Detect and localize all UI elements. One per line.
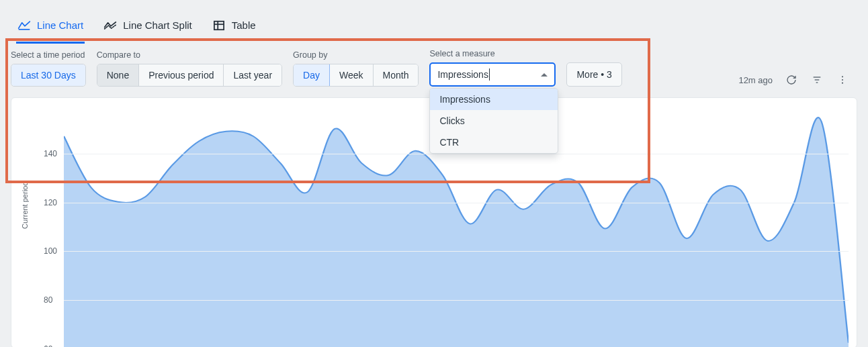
view-tabs: Line Chart Line Chart Split Table [11, 0, 857, 44]
line-chart-icon [17, 20, 31, 31]
measure-dropdown: Impressions Clicks CTR [429, 88, 558, 154]
grid-line [64, 251, 849, 252]
svg-point-8 [842, 79, 843, 81]
y-tick: 100 [44, 246, 57, 256]
y-tick: 140 [44, 149, 57, 158]
kebab-menu-icon[interactable] [836, 73, 849, 87]
chevron-up-icon [541, 73, 548, 77]
time-period-group: Select a time period Last 30 Days [11, 50, 86, 87]
svg-rect-1 [214, 21, 224, 29]
svg-point-9 [842, 83, 843, 84]
groupby-month-button[interactable]: Month [374, 64, 419, 86]
measure-select[interactable]: Impressions [429, 62, 556, 87]
last-updated: 12m ago [738, 75, 773, 85]
measure-value: Impressions [437, 68, 489, 81]
more-filters-button[interactable]: More • 3 [566, 62, 621, 87]
compare-to-label: Compare to [97, 50, 282, 60]
measure-group: Select a measure Impressions Impressions… [429, 49, 556, 87]
time-period-button[interactable]: Last 30 Days [11, 64, 85, 86]
time-period-label: Select a time period [11, 50, 86, 60]
tab-line-chart-split[interactable]: Line Chart Split [102, 15, 193, 44]
measure-label: Select a measure [429, 49, 556, 58]
compare-previous-button[interactable]: Previous period [139, 64, 224, 86]
y-tick: 80 [44, 295, 52, 305]
compare-lastyear-button[interactable]: Last year [224, 64, 281, 86]
tab-label: Line Chart [37, 19, 83, 31]
measure-option-impressions[interactable]: Impressions [430, 89, 558, 110]
more-group: . More • 3 [566, 49, 621, 87]
group-by-label: Group by [293, 50, 419, 60]
groupby-week-button[interactable]: Week [330, 64, 374, 86]
refresh-icon[interactable] [785, 73, 798, 87]
grid-line [64, 300, 849, 301]
measure-option-ctr[interactable]: CTR [430, 132, 558, 153]
grid-line [64, 203, 849, 203]
group-by-group: Group by Day Week Month [293, 50, 419, 87]
table-icon [212, 20, 226, 31]
tab-label: Line Chart Split [123, 19, 192, 31]
filter-icon[interactable] [810, 73, 824, 87]
measure-option-clicks[interactable]: Clicks [430, 110, 558, 132]
y-axis-label: Current period [21, 182, 29, 229]
tab-table[interactable]: Table [211, 15, 257, 44]
y-tick: 60 [44, 344, 52, 347]
compare-to-group: Compare to None Previous period Last yea… [97, 50, 282, 87]
compare-none-button[interactable]: None [97, 64, 139, 86]
y-tick: 120 [44, 198, 57, 207]
line-chart-split-icon [103, 20, 117, 31]
tab-line-chart[interactable]: Line Chart [16, 15, 85, 44]
groupby-day-button[interactable]: Day [294, 64, 330, 86]
filter-bar: Select a time period Last 30 Days Compar… [11, 44, 857, 95]
svg-point-7 [842, 76, 843, 77]
tab-label: Table [232, 19, 256, 31]
